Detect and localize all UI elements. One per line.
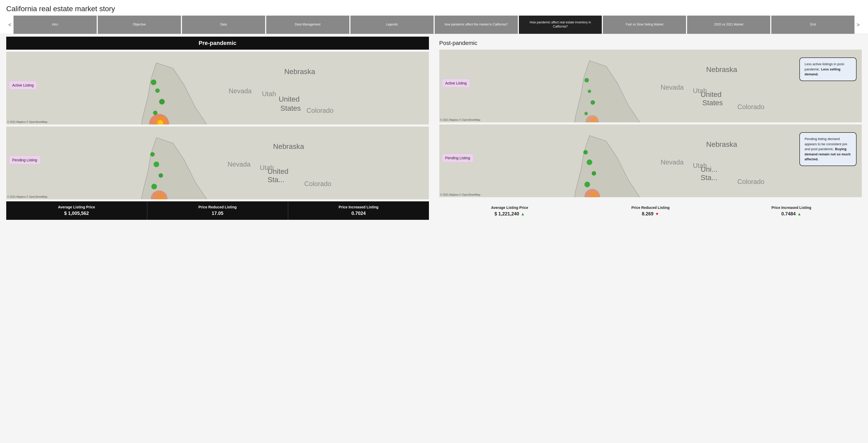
svg-text:Nevada: Nevada bbox=[227, 161, 251, 168]
svg-point-9 bbox=[151, 80, 156, 85]
post-pandemic-active-map-svg: Nebraska United States Nevada Utah Color… bbox=[439, 50, 862, 122]
post-avg-price-value: $ 1,221,240 ▲ bbox=[441, 211, 578, 217]
pre-pandemic-stats-bar: Average Listing Price $ 1,005,562 Price … bbox=[6, 201, 429, 220]
svg-point-99 bbox=[583, 150, 588, 154]
svg-point-44 bbox=[159, 173, 163, 178]
svg-point-12 bbox=[153, 111, 158, 115]
panel-divider bbox=[429, 37, 434, 220]
pre-avg-price-stat: Average Listing Price $ 1,005,562 bbox=[6, 201, 147, 220]
pre-pandemic-active-label: Active Listing bbox=[9, 81, 37, 90]
pre-price-reduced-stat: Price Reduced Listing 17.05 bbox=[147, 201, 288, 220]
pre-price-increased-label: Price Increased Listing bbox=[290, 205, 427, 209]
svg-text:Utah: Utah bbox=[693, 162, 707, 169]
svg-text:Utah: Utah bbox=[693, 87, 707, 94]
post-pandemic-panel: Post-pandemic Active Listing bbox=[439, 37, 862, 220]
svg-text:Nevada: Nevada bbox=[660, 158, 684, 166]
nav-tab-2020-vs-2021[interactable]: 2020 vs 2021 Market bbox=[687, 15, 770, 34]
svg-point-45 bbox=[151, 184, 157, 189]
svg-text:States: States bbox=[702, 99, 723, 107]
svg-point-71 bbox=[588, 90, 591, 93]
svg-point-43 bbox=[154, 162, 159, 167]
active-annotation-box: Less active listings in post-pandemic. L… bbox=[799, 57, 857, 81]
pre-price-reduced-label: Price Reduced Listing bbox=[150, 205, 286, 209]
svg-point-11 bbox=[159, 99, 164, 104]
svg-point-72 bbox=[590, 100, 595, 105]
post-price-increased-label: Price Increased Listing bbox=[723, 205, 860, 210]
active-annotation-bold: Less selling demand. bbox=[805, 67, 840, 76]
svg-rect-32 bbox=[6, 127, 429, 199]
post-avg-price-stat: Average Listing Price $ 1,221,240 ▲ bbox=[439, 203, 580, 219]
nav-tabs: IntroObjectiveDataData ManagementLegends… bbox=[13, 15, 855, 34]
nav-tab-legends[interactable]: Legends bbox=[350, 15, 434, 34]
pre-pandemic-pending-map: Pending Listing bbox=[6, 127, 429, 199]
nav-tab-intro[interactable]: Intro bbox=[13, 15, 97, 34]
svg-point-10 bbox=[155, 88, 160, 93]
post-pandemic-stats-bar: Average Listing Price $ 1,221,240 ▲ Pric… bbox=[439, 199, 862, 220]
post-pandemic-title: Post-pandemic bbox=[439, 37, 862, 48]
post-pandemic-active-map-credit: © 2021 Mapbox © OpenStreetMap bbox=[440, 119, 480, 121]
pre-price-reduced-value: 17.05 bbox=[150, 211, 286, 216]
svg-text:Colorado: Colorado bbox=[737, 103, 764, 110]
post-pandemic-pending-map-credit: © 2021 Mapbox © OpenStreetMap bbox=[440, 193, 480, 196]
post-avg-price-label: Average Listing Price bbox=[441, 205, 578, 210]
post-price-reduced-stat: Price Reduced Listing 8.269 ▼ bbox=[580, 203, 721, 219]
page-title: California real estate market story bbox=[0, 0, 868, 15]
pre-pandemic-panel: Pre-pandemic Active Listing bbox=[6, 37, 429, 220]
svg-text:Nevada: Nevada bbox=[660, 84, 684, 91]
svg-text:Colorado: Colorado bbox=[307, 107, 334, 114]
svg-text:Nebraska: Nebraska bbox=[273, 143, 304, 151]
nav-tab-data-management[interactable]: Data Management bbox=[266, 15, 349, 34]
svg-text:Nebraska: Nebraska bbox=[706, 140, 737, 148]
post-pandemic-pending-map: Pending Listing bbox=[439, 124, 862, 197]
main-content: Pre-pandemic Active Listing bbox=[0, 34, 868, 223]
price-reduced-trend-icon: ▼ bbox=[655, 212, 659, 216]
nav-prev-button[interactable]: < bbox=[6, 15, 13, 34]
svg-text:Nebraska: Nebraska bbox=[284, 68, 315, 75]
pre-pandemic-title: Pre-pandemic bbox=[6, 37, 429, 50]
post-price-increased-value: 0.7484 ▲ bbox=[723, 211, 860, 217]
pre-price-increased-value: 0.7024 bbox=[290, 211, 427, 216]
svg-text:Sta...: Sta... bbox=[268, 176, 284, 184]
svg-point-73 bbox=[584, 112, 588, 115]
svg-text:Nevada: Nevada bbox=[229, 87, 252, 95]
nav-tab-objective[interactable]: Objective bbox=[98, 15, 181, 34]
svg-text:Colorado: Colorado bbox=[737, 178, 764, 185]
pending-annotation-text: Pending listing demand appears to be con… bbox=[805, 137, 850, 161]
post-pandemic-pending-map-svg: Nebraska Uni... Sta... Nevada Utah Color… bbox=[439, 124, 862, 197]
pre-pandemic-active-map-svg: Nebraska United States Nevada Utah Color… bbox=[6, 52, 429, 124]
svg-text:United: United bbox=[279, 95, 300, 103]
svg-rect-63 bbox=[439, 50, 862, 122]
svg-text:Colorado: Colorado bbox=[304, 180, 331, 187]
post-pandemic-pending-label: Pending Listing bbox=[442, 154, 474, 162]
svg-text:Utah: Utah bbox=[260, 164, 274, 171]
svg-text:Nebraska: Nebraska bbox=[706, 65, 737, 73]
price-increased-trend-icon: ▲ bbox=[797, 212, 801, 216]
post-pandemic-active-map: Active Listing bbox=[439, 50, 862, 122]
pre-pandemic-active-map-credit: © 2021 Mapbox © OpenStreetMap bbox=[7, 121, 47, 123]
pending-annotation-bold: Buying demand remain not so much affecte… bbox=[805, 147, 850, 161]
pre-price-increased-stat: Price Increased Listing 0.7024 bbox=[288, 201, 429, 220]
svg-rect-90 bbox=[439, 124, 862, 197]
nav-tab-data[interactable]: Data bbox=[182, 15, 265, 34]
pre-pandemic-pending-map-svg: Nebraska United Sta... Nevada Utah Color… bbox=[6, 127, 429, 199]
post-price-reduced-label: Price Reduced Listing bbox=[582, 205, 719, 210]
post-price-reduced-value: 8.269 ▼ bbox=[582, 211, 719, 217]
svg-text:Utah: Utah bbox=[262, 90, 276, 97]
svg-point-102 bbox=[584, 182, 590, 187]
nav-tab-fast-vs-slow[interactable]: Fast vs Slow Seling Market bbox=[603, 15, 686, 34]
nav-tab-how-pandemic-inventory[interactable]: How pandemic affect real estate inventor… bbox=[519, 15, 602, 34]
pre-avg-price-value: $ 1,005,562 bbox=[8, 211, 145, 216]
active-annotation-text: Less active listings in post-pandemic. L… bbox=[805, 62, 845, 76]
nav-next-button[interactable]: > bbox=[855, 15, 862, 34]
nav-tab-end[interactable]: End bbox=[771, 15, 855, 34]
post-price-increased-stat: Price Increased Listing 0.7484 ▲ bbox=[721, 203, 862, 219]
pre-pandemic-active-map: Active Listing bbox=[6, 52, 429, 124]
svg-point-42 bbox=[150, 152, 155, 156]
nav-tab-how-pandemic-affect[interactable]: how pandemic affect the market in Califo… bbox=[435, 15, 518, 34]
pending-annotation-box: Pending listing demand appears to be con… bbox=[799, 132, 857, 166]
svg-text:Sta...: Sta... bbox=[701, 173, 717, 182]
svg-point-100 bbox=[586, 160, 592, 165]
svg-text:States: States bbox=[280, 104, 301, 112]
navigation-bar: < IntroObjectiveDataData ManagementLegen… bbox=[0, 15, 868, 34]
pre-pandemic-pending-map-credit: © 2021 Mapbox © OpenStreetMap bbox=[7, 195, 47, 198]
